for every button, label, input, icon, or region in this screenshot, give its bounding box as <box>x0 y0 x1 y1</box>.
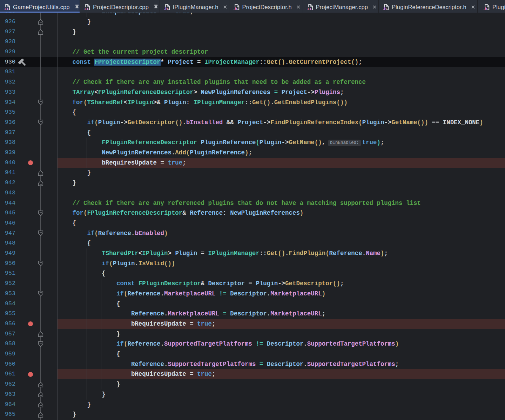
svg-text:.h: .h <box>484 6 487 11</box>
svg-text:++: ++ <box>4 6 9 10</box>
svg-text:++: ++ <box>84 6 89 10</box>
svg-text:++: ++ <box>307 6 312 10</box>
svg-text:.h: .h <box>234 6 237 11</box>
svg-text:.h: .h <box>164 6 168 11</box>
svg-text:.h: .h <box>383 6 387 11</box>
